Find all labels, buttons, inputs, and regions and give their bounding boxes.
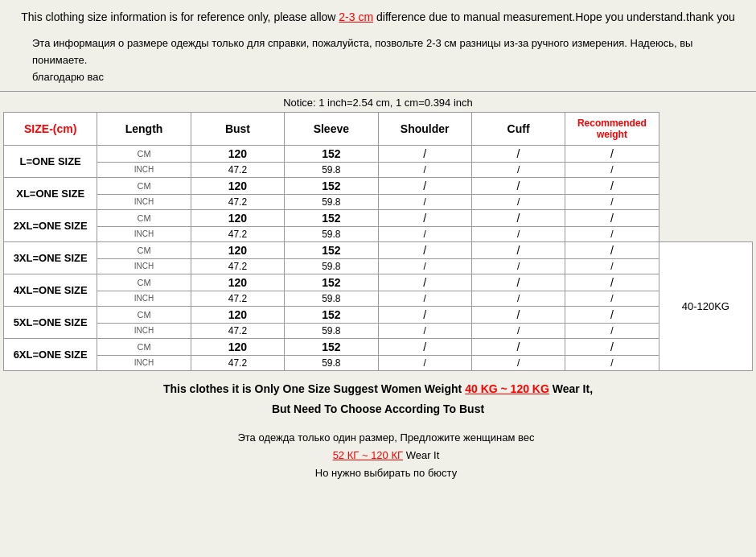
bottom-text-after: Wear It, bbox=[549, 382, 593, 395]
inch-shoulder: / bbox=[471, 226, 565, 241]
size-label: 5XL=ONE SIZE bbox=[4, 306, 97, 338]
inch-length: 47.2 bbox=[191, 162, 284, 177]
table-row: 2XL=ONE SIZECM120152/// bbox=[4, 209, 753, 226]
size-label: L=ONE SIZE bbox=[4, 145, 97, 177]
size-table: SIZE-(cm) Length Bust Sleeve Shoulder Cu… bbox=[3, 112, 753, 371]
cm-bust: 152 bbox=[285, 338, 378, 355]
recommended-weight: 40-120KG bbox=[659, 241, 752, 370]
table-row: 6XL=ONE SIZECM120152/// bbox=[4, 338, 753, 355]
table-row-inch: INCH47.259.8/// bbox=[4, 355, 753, 370]
unit-inch: INCH bbox=[97, 258, 191, 274]
table-row: 4XL=ONE SIZECM120152/// bbox=[4, 274, 753, 291]
unit-inch: INCH bbox=[97, 194, 191, 209]
header-size: SIZE-(cm) bbox=[4, 112, 97, 145]
inch-cuff: / bbox=[565, 355, 659, 370]
inch-length: 47.2 bbox=[191, 291, 284, 306]
size-label: 4XL=ONE SIZE bbox=[4, 274, 97, 306]
unit-inch: INCH bbox=[97, 355, 191, 370]
cm-cuff: / bbox=[565, 274, 659, 291]
bottom-russian: Эта одежда только один размер, Предложит… bbox=[0, 424, 756, 490]
header-recommended-weight: Recommended weight bbox=[565, 112, 659, 145]
cm-bust: 152 bbox=[285, 306, 378, 323]
cm-shoulder: / bbox=[471, 274, 565, 291]
unit-cm: CM bbox=[97, 306, 191, 323]
inch-bust: 59.8 bbox=[285, 323, 378, 338]
size-label: 6XL=ONE SIZE bbox=[4, 338, 97, 370]
bottom-russian-line3: Но нужно выбирать по бюсту bbox=[315, 467, 457, 479]
bottom-line2: But Need To Choose According To Bust bbox=[272, 402, 484, 415]
inch-length: 47.2 bbox=[191, 258, 284, 274]
inch-shoulder: / bbox=[471, 291, 565, 306]
table-row-inch: INCH47.259.8/// bbox=[4, 323, 753, 338]
inch-length: 47.2 bbox=[191, 226, 284, 241]
header-sleeve: Sleeve bbox=[285, 112, 378, 145]
table-row: XL=ONE SIZECM120152/// bbox=[4, 177, 753, 194]
table-row-inch: INCH47.259.8/// bbox=[4, 258, 753, 274]
size-label: 2XL=ONE SIZE bbox=[4, 209, 97, 241]
unit-cm: CM bbox=[97, 274, 191, 291]
inch-cuff: / bbox=[565, 194, 659, 209]
unit-cm: CM bbox=[97, 209, 191, 226]
cm-cuff: / bbox=[565, 338, 659, 355]
bottom-russian-line1: Эта одежда только один размер, Предложит… bbox=[237, 431, 534, 444]
inch-bust: 59.8 bbox=[285, 162, 378, 177]
unit-inch: INCH bbox=[97, 162, 191, 177]
inch-cuff: / bbox=[565, 162, 659, 177]
inch-length: 47.2 bbox=[191, 194, 284, 209]
unit-cm: CM bbox=[97, 338, 191, 355]
header-bust: Bust bbox=[191, 112, 284, 145]
inch-sleeve: / bbox=[378, 162, 471, 177]
inch-bust: 59.8 bbox=[285, 355, 378, 370]
cm-sleeve: / bbox=[378, 209, 471, 226]
cm-shoulder: / bbox=[471, 209, 565, 226]
top-notice: This clothing size information is for re… bbox=[0, 0, 756, 31]
inch-length: 47.2 bbox=[191, 355, 284, 370]
inch-shoulder: / bbox=[471, 258, 565, 274]
cm-length: 120 bbox=[191, 145, 284, 162]
cm-cuff: / bbox=[565, 145, 659, 162]
top-notice-text-before: This clothing size information is for re… bbox=[21, 10, 339, 23]
unit-cm: CM bbox=[97, 145, 191, 162]
unit-inch: INCH bbox=[97, 291, 191, 306]
cm-sleeve: / bbox=[378, 145, 471, 162]
cm-shoulder: / bbox=[471, 306, 565, 323]
bottom-notice: This clothes it is Only One Size Suggest… bbox=[0, 371, 756, 424]
inch-sleeve: / bbox=[378, 226, 471, 241]
cm-shoulder: / bbox=[471, 177, 565, 194]
inch-sleeve: / bbox=[378, 258, 471, 274]
unit-inch: INCH bbox=[97, 323, 191, 338]
inch-cuff: / bbox=[565, 323, 659, 338]
inch-shoulder: / bbox=[471, 323, 565, 338]
inch-length: 47.2 bbox=[191, 323, 284, 338]
table-row-inch: INCH47.259.8/// bbox=[4, 162, 753, 177]
cm-bust: 152 bbox=[285, 209, 378, 226]
cm-sleeve: / bbox=[378, 274, 471, 291]
bottom-highlight: 40 KG ~ 120 KG bbox=[465, 382, 549, 395]
bottom-russian-highlight-suffix: Wear It bbox=[403, 449, 439, 461]
cm-bust: 152 bbox=[285, 241, 378, 258]
cm-sleeve: / bbox=[378, 338, 471, 355]
inch-sleeve: / bbox=[378, 323, 471, 338]
cm-bust: 152 bbox=[285, 274, 378, 291]
inch-bust: 59.8 bbox=[285, 258, 378, 274]
table-row: 5XL=ONE SIZECM120152/// bbox=[4, 306, 753, 323]
inch-shoulder: / bbox=[471, 194, 565, 209]
inch-sleeve: / bbox=[378, 194, 471, 209]
table-header-row: SIZE-(cm) Length Bust Sleeve Shoulder Cu… bbox=[4, 112, 753, 145]
unit-cm: CM bbox=[97, 177, 191, 194]
cm-sleeve: / bbox=[378, 177, 471, 194]
cm-length: 120 bbox=[191, 338, 284, 355]
bottom-russian-highlight: 52 КГ ~ 120 КГ bbox=[333, 449, 403, 461]
cm-bust: 152 bbox=[285, 177, 378, 194]
inch-bust: 59.8 bbox=[285, 226, 378, 241]
table-row-inch: INCH47.259.8/// bbox=[4, 291, 753, 306]
inch-sleeve: / bbox=[378, 291, 471, 306]
cm-shoulder: / bbox=[471, 338, 565, 355]
cm-bust: 152 bbox=[285, 145, 378, 162]
table-row: 3XL=ONE SIZECM120152///40-120KG bbox=[4, 241, 753, 258]
top-notice-highlight: 2-3 cm bbox=[339, 10, 373, 23]
cm-length: 120 bbox=[191, 177, 284, 194]
table-row: L=ONE SIZECM120152/// bbox=[4, 145, 753, 162]
cm-length: 120 bbox=[191, 209, 284, 226]
cm-cuff: / bbox=[565, 306, 659, 323]
